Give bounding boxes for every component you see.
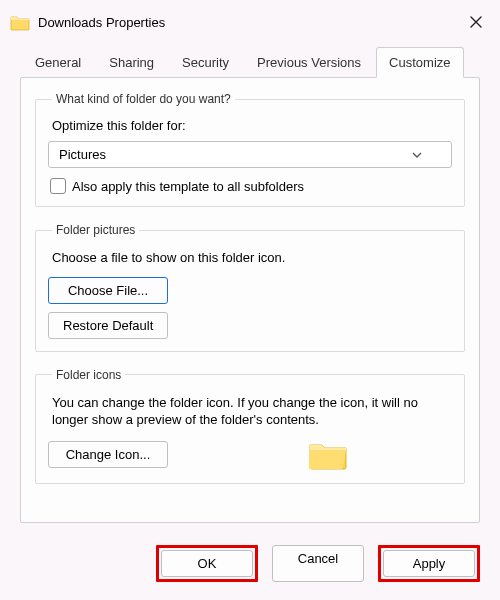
apply-highlight: Apply [378,545,480,582]
tab-sharing[interactable]: Sharing [96,47,167,78]
choose-file-button[interactable]: Choose File... [48,277,168,304]
cancel-button[interactable]: Cancel [272,545,364,582]
tab-previous-versions[interactable]: Previous Versions [244,47,374,78]
optimize-legend: What kind of folder do you want? [52,92,235,106]
customize-panel: What kind of folder do you want? Optimiz… [20,77,480,523]
folder-pictures-group: Folder pictures Choose a file to show on… [35,223,465,352]
subfolders-label: Also apply this template to all subfolde… [72,179,304,194]
tab-security[interactable]: Security [169,47,242,78]
folder-icons-desc: You can change the folder icon. If you c… [52,394,452,429]
optimize-group: What kind of folder do you want? Optimiz… [35,92,465,207]
ok-button[interactable]: OK [161,550,253,577]
chevron-down-icon [411,149,423,161]
close-button[interactable] [462,8,490,36]
folder-preview-icon [308,439,348,471]
close-icon [470,16,482,28]
restore-default-button[interactable]: Restore Default [48,312,168,339]
folder-icon [10,12,30,32]
subfolders-checkbox[interactable] [50,178,66,194]
window-title: Downloads Properties [38,15,462,30]
tab-strip: General Sharing Security Previous Versio… [0,44,500,77]
optimize-label: Optimize this folder for: [52,118,452,133]
subfolders-row[interactable]: Also apply this template to all subfolde… [50,178,452,194]
ok-highlight: OK [156,545,258,582]
tab-customize[interactable]: Customize [376,47,463,78]
folder-pictures-desc: Choose a file to show on this folder ico… [52,249,452,267]
properties-window: Downloads Properties General Sharing Sec… [0,0,500,600]
dialog-button-row: OK Cancel Apply [0,535,500,600]
tab-general[interactable]: General [22,47,94,78]
apply-button[interactable]: Apply [383,550,475,577]
optimize-select[interactable]: Pictures [48,141,452,168]
folder-pictures-legend: Folder pictures [52,223,139,237]
titlebar: Downloads Properties [0,0,500,44]
folder-icons-legend: Folder icons [52,368,125,382]
optimize-selected-value: Pictures [59,147,106,162]
change-icon-button[interactable]: Change Icon... [48,441,168,468]
folder-icons-group: Folder icons You can change the folder i… [35,368,465,484]
